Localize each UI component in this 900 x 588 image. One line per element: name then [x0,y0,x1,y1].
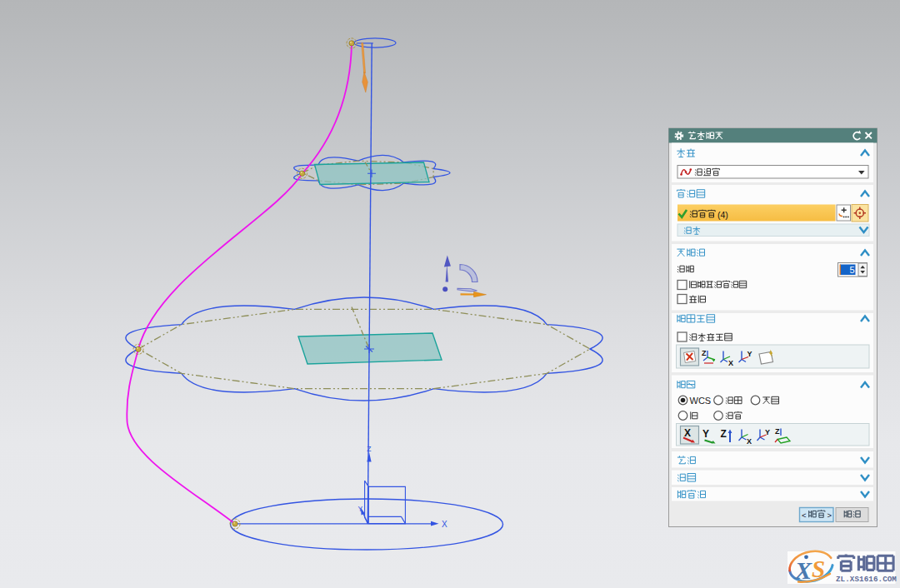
svg-text:X: X [794,556,812,584]
svg-text:ZL.XS1616.COM: ZL.XS1616.COM [836,575,897,584]
svg-text:(4): (4) [718,210,728,220]
svg-text:Y: Y [765,428,770,436]
svg-text:WCS: WCS [690,396,712,406]
svg-text:Z: Z [775,427,780,436]
svg-text:X: X [442,520,448,529]
svg-text:Y: Y [702,428,709,440]
svg-text:Z: Z [721,428,727,440]
svg-text:Y: Y [748,350,752,358]
svg-text:X: X [728,359,733,367]
svg-text:X: X [747,437,752,446]
svg-text:<: < [802,511,807,520]
svg-text:Z: Z [702,349,707,357]
svg-text:>: > [828,511,832,520]
svg-text:5: 5 [849,265,854,275]
svg-text:Y: Y [358,505,363,513]
svg-text:X: X [684,427,691,439]
svg-text:S: S [812,556,825,582]
svg-text:Z: Z [367,445,371,453]
